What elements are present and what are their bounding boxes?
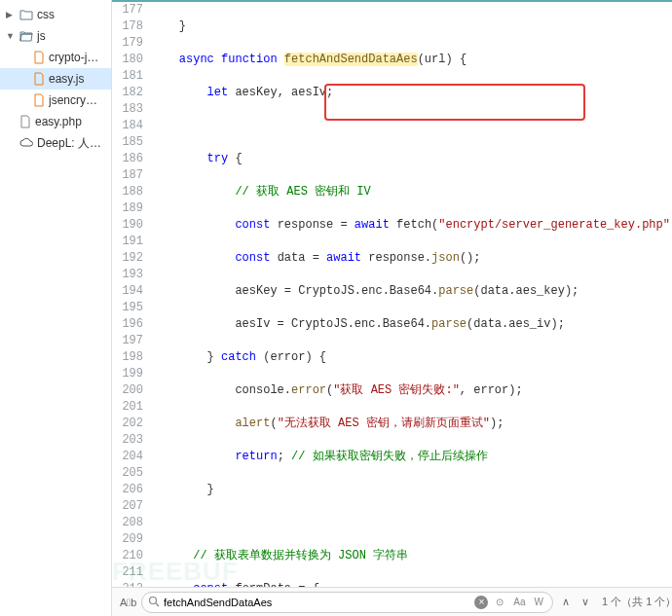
- line-number: 209: [112, 531, 143, 548]
- file-icon: [19, 115, 31, 128]
- tree-item-crypto-js[interactable]: crypto-j…: [0, 47, 111, 68]
- cloud-icon: [19, 137, 33, 149]
- caret-icon: ▶: [6, 10, 16, 19]
- line-number: 197: [112, 333, 143, 349]
- tree-label: easy.php: [35, 115, 82, 128]
- line-number: 204: [112, 449, 143, 465]
- tree-label: js: [37, 29, 46, 43]
- line-number: 211: [112, 564, 143, 581]
- search-input-wrap: × ⊙ Aa W: [141, 592, 553, 613]
- code-lines[interactable]: } async function fetchAndSendDataAes(url…: [151, 2, 672, 587]
- search-icon: [148, 596, 160, 609]
- file-icon: [33, 72, 45, 86]
- file-icon: [33, 51, 45, 64]
- line-number: 196: [112, 316, 143, 333]
- line-number: 203: [112, 432, 143, 449]
- line-number: 208: [112, 515, 143, 531]
- code-viewport[interactable]: 1771781791801811821831841851861871881891…: [112, 0, 672, 587]
- tree-label: jsencry…: [49, 93, 97, 107]
- search-regex-toggle[interactable]: ⊙: [492, 597, 507, 607]
- tree-label: crypto-j…: [49, 51, 98, 64]
- line-number: 182: [112, 85, 143, 101]
- line-number: 186: [112, 151, 143, 167]
- line-number: 188: [112, 184, 143, 200]
- tree-item-easy-php[interactable]: easy.php: [0, 111, 111, 132]
- clear-search-icon[interactable]: ×: [474, 596, 488, 609]
- line-number: 178: [112, 18, 143, 35]
- line-number: 193: [112, 267, 143, 283]
- line-number: 181: [112, 68, 143, 85]
- search-input[interactable]: [164, 597, 470, 608]
- search-prev-button[interactable]: ∧: [559, 596, 573, 608]
- line-number: 183: [112, 101, 143, 118]
- caret-down-icon: ▼: [6, 31, 16, 41]
- line-number: 201: [112, 399, 143, 416]
- search-result-count: 1 个（共 1 个）: [598, 595, 672, 609]
- tree-item-easy-js[interactable]: easy.js: [0, 68, 111, 90]
- svg-line-1: [156, 603, 159, 606]
- line-number: 210: [112, 548, 143, 564]
- line-number: 200: [112, 382, 143, 399]
- tree-item-deepl[interactable]: DeepL: 人…: [0, 132, 111, 154]
- line-number: 185: [112, 134, 143, 151]
- line-number: 207: [112, 498, 143, 515]
- line-number-gutter: 1771781791801811821831841851861871881891…: [112, 2, 151, 587]
- file-icon: [33, 93, 45, 107]
- line-number: 206: [112, 482, 143, 498]
- line-number: 180: [112, 52, 143, 68]
- search-bar: Aͨb × ⊙ Aa W ∧ ∨ 1 个（共 1 个）: [112, 587, 672, 616]
- search-mode-toggle[interactable]: Aͨb: [120, 597, 135, 608]
- tree-label: easy.js: [49, 72, 84, 86]
- line-number: 184: [112, 118, 143, 134]
- line-number: 190: [112, 217, 143, 234]
- search-case-toggle[interactable]: Aa: [511, 597, 527, 607]
- line-number: 195: [112, 300, 143, 316]
- folder-icon: [19, 9, 33, 20]
- line-number: 205: [112, 465, 143, 482]
- tree-label: DeepL: 人…: [37, 135, 101, 152]
- line-number: 179: [112, 35, 143, 52]
- line-number: 199: [112, 366, 143, 382]
- folder-open-icon: [19, 30, 33, 42]
- search-word-toggle[interactable]: W: [531, 597, 546, 607]
- tree-item-js[interactable]: ▼ js: [0, 25, 111, 47]
- tree-item-css[interactable]: ▶ css: [0, 4, 111, 25]
- line-number: 202: [112, 416, 143, 432]
- line-number: 192: [112, 250, 143, 267]
- line-number: 191: [112, 234, 143, 250]
- line-number: 194: [112, 283, 143, 300]
- line-number: 212: [112, 581, 143, 587]
- svg-point-0: [150, 597, 157, 603]
- line-number: 198: [112, 349, 143, 366]
- line-number: 189: [112, 200, 143, 217]
- app-root: ▶ css ▼ js crypto-j… easy.js jsencry…: [0, 0, 672, 616]
- search-next-button[interactable]: ∨: [579, 596, 592, 608]
- line-number: 187: [112, 167, 143, 184]
- file-tree-sidebar: ▶ css ▼ js crypto-j… easy.js jsencry…: [0, 0, 112, 616]
- line-number: 177: [112, 2, 143, 18]
- tree-label: css: [37, 8, 55, 21]
- highlighted-function-name: fetchAndSendDataAes: [284, 53, 418, 66]
- tree-item-jsencrypt[interactable]: jsencry…: [0, 90, 111, 111]
- code-editor: 1771781791801811821831841851861871881891…: [112, 0, 672, 616]
